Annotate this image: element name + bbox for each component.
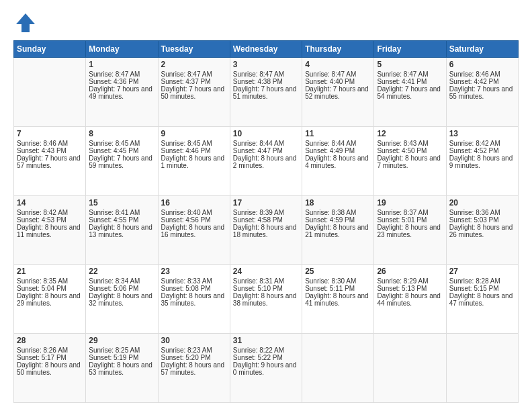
sunrise-text: Sunrise: 8:41 AM xyxy=(89,209,154,216)
day-number: 21 xyxy=(17,267,83,276)
calendar-cell xyxy=(14,58,86,127)
calendar-cell: 15Sunrise: 8:41 AMSunset: 4:55 PMDayligh… xyxy=(86,195,158,265)
daylight-text: Daylight: 8 hours and 1 minute. xyxy=(161,154,227,169)
page: SundayMondayTuesdayWednesdayThursdayFrid… xyxy=(0,0,532,411)
daylight-text: Daylight: 8 hours and 18 minutes. xyxy=(233,224,299,238)
calendar-cell: 28Sunrise: 8:26 AMSunset: 5:17 PMDayligh… xyxy=(14,334,86,403)
daylight-text: Daylight: 8 hours and 35 minutes. xyxy=(161,292,227,307)
day-number: 11 xyxy=(305,129,371,138)
day-number: 30 xyxy=(161,336,227,345)
sunrise-text: Sunrise: 8:44 AM xyxy=(305,140,371,147)
sunset-text: Sunset: 4:58 PM xyxy=(233,216,299,224)
calendar-cell: 18Sunrise: 8:38 AMSunset: 4:59 PMDayligh… xyxy=(302,195,374,265)
calendar-cell: 30Sunrise: 8:23 AMSunset: 5:20 PMDayligh… xyxy=(158,334,230,403)
daylight-text: Daylight: 8 hours and 47 minutes. xyxy=(449,292,515,307)
calendar-cell: 10Sunrise: 8:44 AMSunset: 4:47 PMDayligh… xyxy=(230,126,302,195)
sunset-text: Sunset: 4:38 PM xyxy=(233,78,299,85)
daylight-text: Daylight: 8 hours and 13 minutes. xyxy=(89,224,154,238)
sunrise-text: Sunrise: 8:45 AM xyxy=(161,140,227,147)
daylight-text: Daylight: 8 hours and 11 minutes. xyxy=(17,224,83,238)
calendar-cell xyxy=(374,334,446,403)
sunrise-text: Sunrise: 8:40 AM xyxy=(161,209,227,216)
sunset-text: Sunset: 4:43 PM xyxy=(17,147,83,154)
sunset-text: Sunset: 4:45 PM xyxy=(89,147,154,154)
daylight-text: Daylight: 8 hours and 4 minutes. xyxy=(305,154,371,169)
sunrise-text: Sunrise: 8:29 AM xyxy=(377,277,443,285)
calendar-cell: 6Sunrise: 8:46 AMSunset: 4:42 PMDaylight… xyxy=(446,58,518,127)
calendar-cell: 16Sunrise: 8:40 AMSunset: 4:56 PMDayligh… xyxy=(158,195,230,265)
sunset-text: Sunset: 5:03 PM xyxy=(449,216,515,224)
day-number: 6 xyxy=(449,60,515,69)
calendar-cell: 31Sunrise: 8:22 AMSunset: 5:22 PMDayligh… xyxy=(230,334,302,403)
sunset-text: Sunset: 5:19 PM xyxy=(89,354,154,361)
calendar-cell: 11Sunrise: 8:44 AMSunset: 4:49 PMDayligh… xyxy=(302,126,374,195)
day-number: 26 xyxy=(377,267,443,276)
day-number: 22 xyxy=(89,267,154,276)
daylight-text: Daylight: 8 hours and 38 minutes. xyxy=(233,292,299,307)
day-number: 15 xyxy=(89,198,154,208)
sunset-text: Sunset: 5:04 PM xyxy=(17,285,83,292)
daylight-text: Daylight: 8 hours and 53 minutes. xyxy=(89,361,154,376)
daylight-text: Daylight: 8 hours and 7 minutes. xyxy=(377,154,443,169)
calendar-cell: 21Sunrise: 8:35 AMSunset: 5:04 PMDayligh… xyxy=(14,265,86,334)
day-number: 18 xyxy=(305,198,371,208)
calendar-cell: 25Sunrise: 8:30 AMSunset: 5:11 PMDayligh… xyxy=(302,265,374,334)
day-number: 25 xyxy=(305,267,371,276)
sunset-text: Sunset: 4:49 PM xyxy=(305,147,371,154)
calendar-table: SundayMondayTuesdayWednesdayThursdayFrid… xyxy=(13,40,519,403)
calendar-cell: 13Sunrise: 8:42 AMSunset: 4:52 PMDayligh… xyxy=(446,126,518,195)
calendar-week-4: 21Sunrise: 8:35 AMSunset: 5:04 PMDayligh… xyxy=(14,265,519,334)
day-number: 23 xyxy=(161,267,227,276)
calendar-cell: 19Sunrise: 8:37 AMSunset: 5:01 PMDayligh… xyxy=(374,195,446,265)
calendar-cell: 3Sunrise: 8:47 AMSunset: 4:38 PMDaylight… xyxy=(230,58,302,127)
weekday-header-monday: Monday xyxy=(86,41,158,58)
sunrise-text: Sunrise: 8:23 AM xyxy=(161,347,227,354)
sunset-text: Sunset: 4:47 PM xyxy=(233,147,299,154)
day-number: 13 xyxy=(449,129,515,138)
logo xyxy=(13,11,42,35)
daylight-text: Daylight: 7 hours and 55 minutes. xyxy=(449,85,515,100)
day-number: 4 xyxy=(305,60,371,69)
calendar-cell: 8Sunrise: 8:45 AMSunset: 4:45 PMDaylight… xyxy=(86,126,158,195)
weekday-header-wednesday: Wednesday xyxy=(230,41,302,58)
daylight-text: Daylight: 8 hours and 2 minutes. xyxy=(233,154,299,169)
day-number: 8 xyxy=(89,129,154,138)
day-number: 24 xyxy=(233,267,299,276)
sunrise-text: Sunrise: 8:46 AM xyxy=(17,140,83,147)
day-number: 29 xyxy=(89,336,154,345)
header xyxy=(13,11,519,35)
sunrise-text: Sunrise: 8:36 AM xyxy=(449,209,515,216)
sunrise-text: Sunrise: 8:25 AM xyxy=(89,347,154,354)
calendar-cell: 23Sunrise: 8:33 AMSunset: 5:08 PMDayligh… xyxy=(158,265,230,334)
sunset-text: Sunset: 4:56 PM xyxy=(161,216,227,224)
weekday-header-thursday: Thursday xyxy=(302,41,374,58)
sunset-text: Sunset: 4:53 PM xyxy=(17,216,83,224)
calendar-cell: 9Sunrise: 8:45 AMSunset: 4:46 PMDaylight… xyxy=(158,126,230,195)
sunset-text: Sunset: 5:10 PM xyxy=(233,285,299,292)
daylight-text: Daylight: 8 hours and 16 minutes. xyxy=(161,224,227,238)
calendar-cell: 17Sunrise: 8:39 AMSunset: 4:58 PMDayligh… xyxy=(230,195,302,265)
calendar-cell: 12Sunrise: 8:43 AMSunset: 4:50 PMDayligh… xyxy=(374,126,446,195)
sunset-text: Sunset: 5:11 PM xyxy=(305,285,371,292)
calendar-cell: 20Sunrise: 8:36 AMSunset: 5:03 PMDayligh… xyxy=(446,195,518,265)
day-number: 20 xyxy=(449,198,515,208)
weekday-header-saturday: Saturday xyxy=(446,41,518,58)
daylight-text: Daylight: 7 hours and 51 minutes. xyxy=(233,85,299,100)
sunset-text: Sunset: 5:17 PM xyxy=(17,354,83,361)
calendar-cell: 1Sunrise: 8:47 AMSunset: 4:36 PMDaylight… xyxy=(86,58,158,127)
calendar-cell: 7Sunrise: 8:46 AMSunset: 4:43 PMDaylight… xyxy=(14,126,86,195)
sunrise-text: Sunrise: 8:45 AM xyxy=(89,140,154,147)
calendar-cell: 4Sunrise: 8:47 AMSunset: 4:40 PMDaylight… xyxy=(302,58,374,127)
day-number: 27 xyxy=(449,267,515,276)
sunrise-text: Sunrise: 8:43 AM xyxy=(377,140,443,147)
calendar-week-2: 7Sunrise: 8:46 AMSunset: 4:43 PMDaylight… xyxy=(14,126,519,195)
sunrise-text: Sunrise: 8:42 AM xyxy=(17,209,83,216)
day-number: 19 xyxy=(377,198,443,208)
daylight-text: Daylight: 7 hours and 59 minutes. xyxy=(89,154,154,169)
calendar-cell: 2Sunrise: 8:47 AMSunset: 4:37 PMDaylight… xyxy=(158,58,230,127)
sunrise-text: Sunrise: 8:37 AM xyxy=(377,209,443,216)
weekday-header-tuesday: Tuesday xyxy=(158,41,230,58)
sunrise-text: Sunrise: 8:35 AM xyxy=(17,277,83,285)
sunrise-text: Sunrise: 8:47 AM xyxy=(233,71,299,78)
sunset-text: Sunset: 5:08 PM xyxy=(161,285,227,292)
